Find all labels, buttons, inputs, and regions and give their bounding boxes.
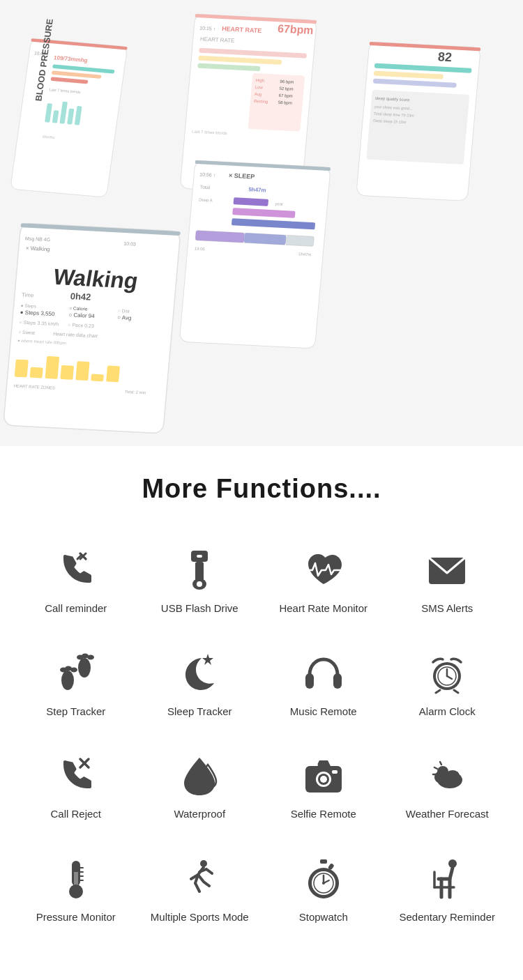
function-heart-rate: Heart Rate Monitor	[262, 532, 386, 635]
svg-rect-43	[366, 90, 469, 164]
weather-label: Weather Forecast	[406, 807, 489, 821]
functions-grid: Call reminder USB Flash Drive	[14, 532, 509, 943]
svg-text:67 bpm: 67 bpm	[279, 93, 293, 98]
usb-icon	[175, 546, 224, 595]
svg-text:○ Calorie: ○ Calorie	[69, 305, 88, 311]
svg-rect-142	[320, 859, 327, 864]
usb-label: USB Flash Drive	[161, 602, 238, 615]
hero-illustration: 10:46 BLOOD PRESSURE 109/73mmhg Last 7 t…	[0, 0, 523, 446]
sedentary-label: Sedentary Reminder	[399, 910, 495, 924]
svg-rect-99	[197, 555, 202, 558]
svg-text:19:06: 19:06	[195, 247, 206, 252]
svg-point-104	[70, 667, 77, 672]
function-pressure: Pressure Monitor	[14, 841, 138, 944]
svg-line-117	[436, 690, 440, 693]
alarm-label: Alarm Clock	[419, 705, 476, 719]
svg-text:Total: Total	[199, 185, 211, 190]
svg-rect-84	[15, 360, 29, 378]
svg-text:Deep A: Deep A	[199, 198, 213, 203]
hero-section: 10:46 BLOOD PRESSURE 109/73mmhg Last 7 t…	[0, 0, 523, 446]
function-sedentary: Sedentary Reminder	[386, 841, 510, 944]
phone-x-icon	[52, 751, 100, 800]
svg-rect-126	[308, 764, 318, 766]
function-stopwatch: Stopwatch	[262, 841, 386, 944]
svg-rect-85	[30, 367, 43, 378]
svg-point-98	[197, 581, 202, 587]
pressure-label: Pressure Monitor	[36, 910, 116, 924]
music-label: Music Remote	[290, 705, 357, 719]
water-drop-icon	[175, 751, 224, 800]
svg-rect-86	[45, 356, 60, 379]
svg-rect-88	[75, 361, 89, 381]
svg-rect-90	[106, 365, 120, 382]
heart-rate-label: Heart Rate Monitor	[279, 602, 367, 615]
function-call-reject: Call Reject	[14, 737, 138, 841]
running-icon	[175, 855, 224, 903]
svg-text:Low: Low	[255, 85, 264, 90]
waterproof-label: Waterproof	[174, 807, 225, 821]
function-sleep: Sleep Tracker	[138, 635, 262, 738]
svg-text:Time: Time	[22, 292, 35, 299]
envelope-icon	[423, 546, 471, 595]
svg-text:96 bpm: 96 bpm	[280, 79, 294, 84]
svg-rect-111	[333, 673, 342, 689]
sms-label: SMS Alerts	[421, 602, 473, 615]
svg-point-149	[322, 882, 325, 885]
svg-point-136	[69, 885, 83, 898]
moon-star-icon	[175, 649, 224, 698]
svg-text:5h47m: 5h47m	[248, 186, 266, 193]
thermometer-icon	[52, 855, 100, 903]
svg-text:10:15 ↑: 10:15 ↑	[199, 25, 215, 31]
svg-text:× SLEEP: × SLEEP	[229, 172, 255, 181]
sitting-icon	[423, 855, 471, 903]
svg-rect-125	[332, 770, 338, 774]
svg-text:○ Sweat: ○ Sweat	[18, 330, 35, 335]
svg-rect-89	[91, 374, 104, 381]
svg-point-124	[320, 776, 327, 783]
function-selfie: Selfie Remote	[262, 737, 386, 841]
function-alarm: Alarm Clock	[386, 635, 510, 738]
svg-text:5h47m: 5h47m	[298, 252, 312, 257]
function-music: Music Remote	[262, 635, 386, 738]
alarm-icon	[423, 649, 471, 698]
headphones-icon	[299, 649, 348, 698]
svg-line-128	[434, 767, 437, 769]
svg-text:0h42: 0h42	[70, 291, 91, 303]
svg-line-127	[440, 762, 441, 765]
call-reminder-label: Call reminder	[45, 602, 107, 615]
svg-text:× Walking: × Walking	[25, 245, 50, 253]
svg-rect-110	[305, 673, 314, 689]
sports-label: Multiple Sports Mode	[151, 910, 249, 924]
svg-point-133	[446, 770, 460, 781]
svg-text:Walking: Walking	[52, 264, 140, 293]
svg-text:10:03: 10:03	[123, 241, 136, 247]
svg-rect-62	[285, 235, 314, 246]
function-waterproof: Waterproof	[138, 737, 262, 841]
function-step: Step Tracker	[14, 635, 138, 738]
svg-text:Avg: Avg	[255, 92, 262, 97]
svg-point-105	[78, 658, 91, 677]
svg-line-118	[454, 690, 458, 693]
svg-text:Resting: Resting	[254, 99, 268, 104]
stopwatch-label: Stopwatch	[299, 910, 348, 924]
footprint-icon	[52, 649, 100, 698]
stopwatch-icon	[299, 855, 348, 903]
functions-title: More Functions....	[14, 474, 509, 504]
function-usb: USB Flash Drive	[138, 532, 262, 635]
svg-text:58 bpm: 58 bpm	[278, 100, 292, 105]
svg-text:○ Dist: ○ Dist	[118, 308, 130, 314]
selfie-label: Selfie Remote	[291, 807, 356, 821]
svg-text:year: year	[275, 201, 283, 206]
call-reject-label: Call Reject	[50, 807, 101, 821]
function-sms: SMS Alerts	[386, 532, 510, 635]
function-weather: Weather Forecast	[386, 737, 510, 841]
weather-icon	[423, 751, 471, 800]
svg-text:82: 82	[437, 49, 453, 64]
heart-rate-icon	[299, 546, 348, 595]
svg-text:○ Avg: ○ Avg	[117, 314, 132, 321]
phone-incoming-icon	[52, 546, 100, 595]
svg-text:High: High	[255, 78, 264, 83]
svg-text:67bpm: 67bpm	[277, 22, 314, 36]
functions-section: More Functions.... Call reminder	[0, 446, 523, 957]
svg-point-101	[61, 671, 74, 690]
